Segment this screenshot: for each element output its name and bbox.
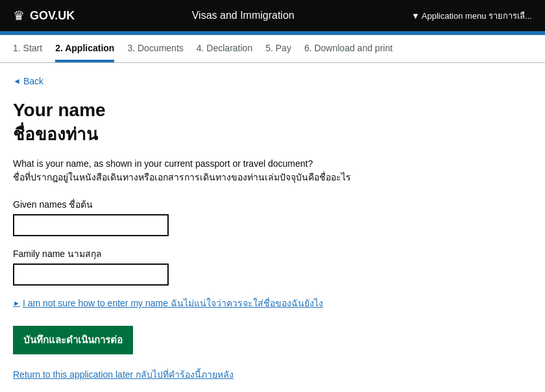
hint-text: I am not sure how to enter my name ฉันไม… [23,296,323,310]
gov-logo: ♛ GOV.UK [13,8,75,23]
site-header: ♛ GOV.UK Visas and Immigration ▼ Applica… [0,0,545,31]
return-link[interactable]: Return to this application later กลับไปท… [13,367,493,382]
nav-step-documents[interactable]: 3. Documents [127,43,183,62]
progress-nav: 1. Start 2. Application 3. Documents 4. … [0,35,545,63]
nav-step-pay[interactable]: 5. Pay [265,43,291,62]
name-hint-link[interactable]: ► I am not sure how to enter my name ฉัน… [13,296,493,310]
given-names-group: Given names ชื่อต้น [13,197,493,236]
nav-step-download[interactable]: 6. Download and print [304,43,393,62]
nav-step-declaration[interactable]: 4. Declaration [197,43,252,62]
main-content: ◄ Back Your name ชื่อของท่าน What is you… [0,63,506,382]
description-english: What is your name, as shown in your curr… [13,158,493,169]
service-title: Visas and Immigration [192,10,295,21]
application-menu[interactable]: ▼ Application menu รายการเลื... [411,9,532,23]
given-names-label: Given names ชื่อต้น [13,197,493,212]
family-name-input[interactable] [13,263,169,286]
nav-step-application[interactable]: 2. Application [55,43,114,62]
crown-icon: ♛ [13,8,25,23]
page-title-english: Your name [13,99,493,121]
hint-arrow-icon: ► [13,299,20,307]
back-arrow-icon: ◄ [13,77,21,86]
description-thai: ชื่อที่ปรากฎอยู่ในหนังสือเดินทางหรือเอกส… [13,170,493,184]
gov-uk-text: GOV.UK [30,9,75,23]
nav-step-start[interactable]: 1. Start [13,43,42,62]
given-names-input[interactable] [13,214,169,236]
family-name-label: Family name นามสกุล [13,247,493,261]
back-label: Back [23,76,43,86]
page-title-thai: ชื่อของท่าน [13,124,493,146]
back-link[interactable]: ◄ Back [13,76,493,86]
family-name-group: Family name นามสกุล [13,247,493,286]
submit-button[interactable]: บันทึกและดำเนินการต่อ [13,326,133,354]
